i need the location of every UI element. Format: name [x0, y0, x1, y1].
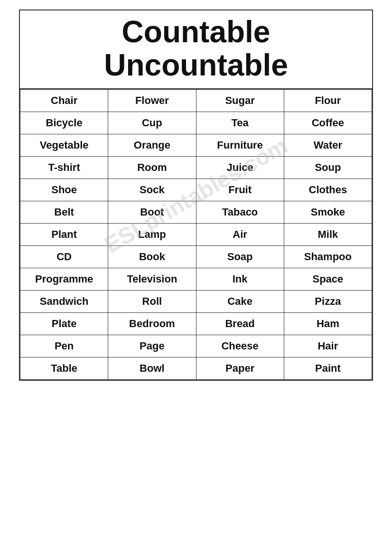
table-cell: Cheese: [196, 335, 284, 357]
table-cell: Orange: [108, 134, 196, 156]
table-row: BeltBootTabacoSmoke: [20, 201, 372, 223]
table-row: CDBookSoapShampoo: [20, 245, 372, 268]
table-cell: Cake: [196, 290, 284, 312]
table-row: ChairFlowerSugarFlour: [20, 89, 372, 112]
table-cell: Flower: [108, 89, 196, 112]
table-cell: Coffee: [284, 112, 372, 134]
table-cell: Table: [20, 357, 108, 379]
table-cell: Juice: [196, 156, 284, 179]
outer-box: Countable Uncountable ChairFlowerSugarFl…: [19, 9, 373, 381]
table-row: VegetableOrangeFurnitureWater: [20, 134, 372, 156]
table-cell: Pen: [20, 335, 108, 357]
title-uncountable: Uncountable: [20, 48, 372, 85]
table-cell: Space: [284, 268, 372, 290]
table-row: SandwichRollCakePizza: [20, 290, 372, 312]
table-cell: Clothes: [284, 179, 372, 201]
word-table: ChairFlowerSugarFlourBicycleCupTeaCoffee…: [20, 89, 372, 380]
table-cell: Soap: [196, 245, 284, 268]
table-cell: Fruit: [196, 179, 284, 201]
table-cell: Tea: [196, 112, 284, 134]
table-cell: Belt: [20, 201, 108, 223]
table-row: ProgrammeTelevisionInkSpace: [20, 268, 372, 290]
table-cell: Paint: [284, 357, 372, 379]
table-cell: Cup: [108, 112, 196, 134]
table-cell: Bedroom: [108, 312, 196, 335]
table-cell: Shoe: [20, 179, 108, 201]
table-cell: T-shirt: [20, 156, 108, 179]
table-row: T-shirtRoomJuiceSoup: [20, 156, 372, 179]
table-row: PlantLampAirMilk: [20, 223, 372, 245]
table-cell: Ham: [284, 312, 372, 335]
table-cell: Bread: [196, 312, 284, 335]
table-cell: Flour: [284, 89, 372, 112]
table-cell: Sugar: [196, 89, 284, 112]
table-cell: Sock: [108, 179, 196, 201]
table-cell: Air: [196, 223, 284, 245]
table-cell: Plant: [20, 223, 108, 245]
table-cell: Boot: [108, 201, 196, 223]
table-cell: Programme: [20, 268, 108, 290]
table-cell: Plate: [20, 312, 108, 335]
table-cell: Soup: [284, 156, 372, 179]
table-row: BicycleCupTeaCoffee: [20, 112, 372, 134]
table-cell: Bicycle: [20, 112, 108, 134]
table-row: PlateBedroomBreadHam: [20, 312, 372, 335]
table-cell: Vegetable: [20, 134, 108, 156]
table-row: ShoeSockFruitClothes: [20, 179, 372, 201]
table-row: TableBowlPaperPaint: [20, 357, 372, 379]
table-cell: CD: [20, 245, 108, 268]
table-cell: Roll: [108, 290, 196, 312]
table-cell: Tabaco: [196, 201, 284, 223]
table-cell: Furniture: [196, 134, 284, 156]
table-cell: Page: [108, 335, 196, 357]
outer-box-wrapper: Countable Uncountable ChairFlowerSugarFl…: [19, 9, 373, 381]
table-cell: Paper: [196, 357, 284, 379]
title-section: Countable Uncountable: [20, 10, 372, 89]
table-cell: Smoke: [284, 201, 372, 223]
table-cell: Hair: [284, 335, 372, 357]
table-cell: Bowl: [108, 357, 196, 379]
title-countable: Countable: [20, 15, 372, 48]
table-cell: Chair: [20, 89, 108, 112]
table-cell: Book: [108, 245, 196, 268]
table-cell: Lamp: [108, 223, 196, 245]
table-cell: Ink: [196, 268, 284, 290]
table-row: PenPageCheeseHair: [20, 335, 372, 357]
table-cell: Room: [108, 156, 196, 179]
table-cell: Water: [284, 134, 372, 156]
table-cell: Pizza: [284, 290, 372, 312]
page: Countable Uncountable ChairFlowerSugarFl…: [0, 0, 392, 555]
table-cell: Sandwich: [20, 290, 108, 312]
table-cell: Milk: [284, 223, 372, 245]
table-cell: Shampoo: [284, 245, 372, 268]
table-cell: Television: [108, 268, 196, 290]
